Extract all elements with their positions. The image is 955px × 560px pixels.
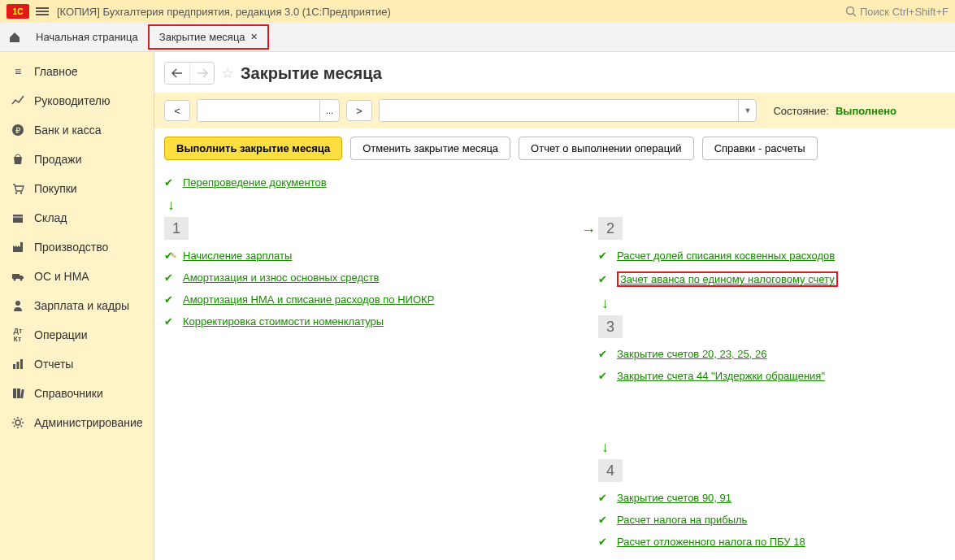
period-picker-button[interactable]: ... (319, 100, 339, 121)
svg-rect-14 (20, 359, 23, 369)
sidebar-item-manager[interactable]: Руководителю (0, 86, 154, 115)
sidebar-item-main[interactable]: ≡Главное (0, 57, 154, 86)
check-icon: ✔ (598, 348, 607, 360)
organization-field[interactable] (380, 100, 738, 121)
nav-back-button[interactable] (165, 63, 189, 84)
check-icon: ✔ (164, 271, 173, 284)
step-4-number: 4 (598, 459, 623, 482)
dtkt-icon: ДтКт (11, 328, 24, 341)
check-icon: ✔ (598, 514, 607, 526)
favorite-star-icon[interactable]: ☆ (221, 64, 234, 82)
check-icon: ✔ (598, 370, 607, 382)
sidebar: ≡Главное Руководителю ₽Банк и касса Прод… (0, 52, 154, 560)
svg-text:₽: ₽ (15, 126, 21, 135)
sidebar-item-sales[interactable]: Продажи (0, 145, 154, 174)
svg-line-26 (21, 419, 23, 420)
op-depreciation-os[interactable]: Амортизация и износ основных средств (183, 271, 379, 284)
close-icon[interactable]: ✕ (250, 32, 258, 42)
box-icon (11, 211, 24, 224)
tabbar: Начальная страница Закрытие месяца ✕ (0, 23, 955, 52)
svg-rect-15 (13, 389, 16, 398)
sidebar-item-admin[interactable]: Администрирование (0, 408, 154, 437)
check-icon: ✔ (164, 315, 173, 328)
step-2-number: 2 (598, 217, 623, 240)
op-salary[interactable]: Начисление зарплаты (183, 250, 292, 262)
svg-line-25 (14, 426, 15, 428)
period-input-wrap: ... (197, 99, 340, 122)
sidebar-item-production[interactable]: Производство (0, 232, 154, 262)
report-button[interactable]: Отчет о выполнении операций (519, 137, 694, 160)
sidebar-item-reports[interactable]: Отчеты (0, 349, 154, 379)
svg-point-9 (14, 279, 16, 281)
arrow-down-icon: ↓ (601, 295, 945, 312)
nav-buttons (164, 62, 215, 85)
calc-button[interactable]: Справки - расчеты (702, 137, 818, 160)
chart-icon (11, 94, 24, 107)
step-3-number: 3 (598, 315, 623, 338)
sidebar-item-warehouse[interactable]: Склад (0, 203, 154, 232)
highlighted-operation: Зачет аванса по единому налоговому счету (617, 271, 838, 287)
sidebar-item-operations[interactable]: ДтКтОперации (0, 320, 154, 349)
filter-bar: < ... > ▼ Состояние: Выполнено (154, 93, 955, 128)
person-icon (11, 299, 24, 312)
svg-rect-12 (13, 364, 15, 369)
op-indirect-costs[interactable]: Расчет долей списания косвенных расходов (617, 250, 835, 262)
svg-point-10 (20, 279, 23, 281)
sidebar-item-bank[interactable]: ₽Банк и касса (0, 115, 154, 145)
svg-point-5 (20, 192, 22, 193)
bars-icon (11, 358, 24, 371)
step-1-number: 1 (164, 217, 189, 240)
op-cost-correction[interactable]: Корректировка стоимости номенклатуры (183, 315, 384, 328)
sidebar-item-references[interactable]: Справочники (0, 379, 154, 408)
svg-point-4 (15, 192, 17, 193)
svg-rect-8 (12, 274, 20, 279)
action-buttons: Выполнить закрытие месяца Отменить закры… (154, 128, 955, 168)
status-value: Выполнено (836, 105, 896, 117)
op-reposting[interactable]: Перепроведение документов (183, 176, 327, 189)
global-search[interactable]: Поиск Ctrl+Shift+F (845, 6, 948, 18)
tab-closing-month[interactable]: Закрытие месяца ✕ (148, 24, 269, 50)
check-icon: ✔ (598, 273, 607, 285)
arrow-down-icon: ↓ (601, 439, 945, 456)
svg-rect-17 (20, 389, 24, 398)
svg-rect-6 (13, 215, 23, 223)
menu-burger[interactable] (36, 6, 49, 17)
svg-line-23 (14, 419, 15, 420)
sidebar-item-purchases[interactable]: Покупки (0, 174, 154, 203)
svg-point-18 (15, 420, 20, 425)
check-icon: ✔ (164, 176, 173, 189)
svg-rect-13 (17, 362, 20, 369)
op-close-44[interactable]: Закрытие счета 44 "Издержки обращения" (617, 370, 825, 382)
check-pencil-icon: ✔✎ (164, 250, 173, 262)
svg-point-11 (15, 301, 20, 306)
check-icon: ✔ (598, 536, 607, 548)
arrow-down-icon: ↓ (167, 197, 945, 214)
nav-forward-button[interactable] (189, 63, 214, 84)
dropdown-icon[interactable]: ▼ (738, 100, 756, 121)
op-close-90-91[interactable]: Закрытие счетов 90, 91 (617, 492, 731, 504)
period-next-button[interactable]: > (346, 100, 372, 121)
execute-button[interactable]: Выполнить закрытие месяца (164, 137, 342, 160)
check-icon: ✔ (598, 492, 607, 504)
op-close-20[interactable]: Закрытие счетов 20, 23, 25, 26 (617, 348, 766, 360)
page-title: Закрытие месяца (241, 64, 382, 83)
bag-icon (11, 153, 24, 166)
search-placeholder: Поиск Ctrl+Shift+F (860, 6, 948, 18)
home-icon[interactable] (8, 31, 21, 44)
svg-line-24 (21, 426, 23, 428)
op-depreciation-nma[interactable]: Амортизация НМА и списание расходов по Н… (183, 293, 434, 306)
op-deferred-tax[interactable]: Расчет отложенного налога по ПБУ 18 (617, 536, 805, 548)
logo-1c: 1C (7, 4, 29, 19)
tab-start-page[interactable]: Начальная страница (26, 24, 148, 50)
menu-icon: ≡ (11, 65, 24, 78)
gear-icon (11, 416, 24, 429)
op-profit-tax[interactable]: Расчет налога на прибыль (617, 514, 747, 526)
sidebar-item-salary[interactable]: Зарплата и кадры (0, 291, 154, 320)
period-field[interactable] (198, 100, 319, 121)
period-prev-button[interactable]: < (164, 100, 190, 121)
cancel-button[interactable]: Отменить закрытие месяца (350, 137, 510, 160)
sidebar-item-assets[interactable]: ОС и НМА (0, 262, 154, 291)
status-label: Состояние: (773, 105, 828, 117)
op-tax-advance[interactable]: Зачет аванса по единому налоговому счету (620, 273, 835, 285)
svg-point-0 (847, 7, 854, 15)
